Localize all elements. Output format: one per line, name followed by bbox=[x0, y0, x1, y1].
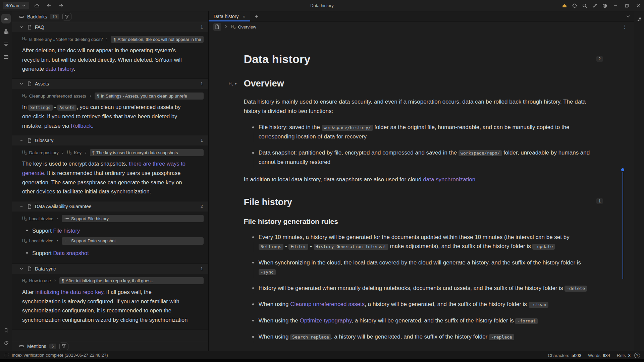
chevron-down-icon bbox=[19, 24, 24, 30]
doc-heading-data-history[interactable]: Data history2 bbox=[244, 53, 595, 66]
heading-tag: H2 bbox=[22, 278, 27, 284]
block-ref-link[interactable]: initializing the data repo key bbox=[35, 289, 103, 295]
breadcrumb-block-chip[interactable]: ¶In Settings - Assets, you can clean up … bbox=[95, 93, 204, 100]
doc-paragraph[interactable]: In addition to local data history, data … bbox=[244, 175, 595, 184]
backlink-breadcrumb[interactable]: H2How to use¶After initializing the data… bbox=[22, 277, 204, 285]
dock-tag-button[interactable] bbox=[1, 339, 11, 348]
block-ref-link[interactable]: data history bbox=[46, 66, 74, 72]
back-button[interactable] bbox=[45, 2, 53, 10]
backlink-breadcrumb[interactable]: H2Local deviceSupport Data snapshot bbox=[22, 237, 204, 245]
backlink-list-item[interactable]: Support Data snapshot bbox=[32, 249, 204, 257]
doc-list-item[interactable]: Every 10 minutes, a history will be gene… bbox=[259, 233, 595, 251]
breadcrumb-heading[interactable]: Overview bbox=[238, 24, 256, 29]
backlink-breadcrumb[interactable]: H2Cleanup unreferenced assets¶In Setting… bbox=[22, 92, 204, 100]
breadcrumb-block-chip[interactable]: Support File history bbox=[62, 215, 204, 222]
breadcrumb-block-chip[interactable]: ¶After initializing the data repo key, i… bbox=[59, 277, 204, 284]
doc-more-button[interactable]: ⋮ bbox=[620, 24, 629, 30]
scroll-indicator[interactable] bbox=[621, 168, 625, 279]
dock-graph-view-button[interactable] bbox=[635, 15, 644, 24]
graph-dots-icon bbox=[637, 17, 642, 22]
backlink-section-header[interactable]: Data sync1 bbox=[12, 264, 208, 274]
mentions-bar[interactable]: Mentions 6 bbox=[12, 341, 208, 351]
help-button[interactable]: ? bbox=[634, 353, 640, 358]
window-title: Data history bbox=[310, 3, 333, 8]
edit-mode-button[interactable] bbox=[590, 1, 600, 10]
heading-gutter-marker[interactable]: H2▼ bbox=[229, 81, 237, 86]
doc-list-item[interactable]: When using the Optimize typography, a hi… bbox=[259, 316, 595, 325]
dock-graph-button[interactable] bbox=[1, 27, 11, 36]
doc-list-item[interactable]: When using Cleanup unreferenced assets, … bbox=[259, 300, 595, 309]
backlink-breadcrumb[interactable]: H2Local deviceSupport File history bbox=[22, 214, 204, 223]
dock-inbox-button[interactable] bbox=[1, 52, 11, 62]
titlebar: SiYuan Data history bbox=[0, 0, 644, 11]
backlink-breadcrumb[interactable]: H2Data repositoryH3Key¶The key is used t… bbox=[22, 148, 204, 157]
block-ref-link[interactable]: Optimize typography bbox=[300, 317, 352, 324]
document-editor[interactable]: Data history2OverviewH2▼Data history is … bbox=[209, 32, 634, 351]
main-area: Backlinks 10 FAQ1H2Is there any #Note# f… bbox=[0, 11, 644, 351]
close-button[interactable] bbox=[633, 1, 644, 10]
app-menu-label: SiYuan bbox=[5, 3, 19, 8]
backlink-paragraph[interactable]: After initializing the data repo key, if… bbox=[22, 288, 204, 325]
search-button[interactable] bbox=[580, 1, 590, 10]
cloud-sync-button[interactable] bbox=[33, 2, 41, 10]
dock-backlinks-button[interactable] bbox=[1, 14, 11, 23]
minimize-icon bbox=[613, 3, 618, 8]
chip-text: After initializing the data repo key, if… bbox=[66, 278, 155, 283]
doc-list-item[interactable]: Data snapshot: partitioned by file, encr… bbox=[259, 148, 595, 167]
doc-list-item[interactable]: File history: saved in the workspace/his… bbox=[259, 123, 595, 141]
backlink-section-header[interactable]: FAQ1 bbox=[12, 22, 208, 33]
marketplace-button[interactable] bbox=[570, 1, 580, 10]
doc-list-item[interactable]: When using Search replace, a history wil… bbox=[259, 332, 595, 342]
backlink-paragraph[interactable]: The key is used to encrypt data snapshot… bbox=[22, 159, 204, 196]
tab-close-icon[interactable]: × bbox=[243, 14, 245, 19]
block-ref-link[interactable]: Rollback bbox=[71, 123, 92, 129]
chip-text: After deletion, the doc will not appear … bbox=[117, 37, 201, 42]
backlink-paragraph[interactable]: In Settings - Assets, you can clean up u… bbox=[22, 103, 204, 130]
doc-heading-overview[interactable]: OverviewH2▼ bbox=[244, 78, 595, 89]
forward-button[interactable] bbox=[57, 2, 65, 10]
tab-data-history[interactable]: Data history × bbox=[209, 11, 250, 21]
outline-icon bbox=[3, 42, 9, 47]
backlinks-filter-button[interactable] bbox=[62, 13, 71, 20]
doc-heading-file-history[interactable]: File history1 bbox=[244, 197, 595, 207]
breadcrumb-block-chip[interactable]: ¶The key is used to encrypt data snapsho… bbox=[90, 149, 204, 156]
doc-heading-file-history-generation-rules[interactable]: File history generation rules bbox=[244, 218, 595, 226]
breadcrumb-text: Cleanup unreferenced assets bbox=[29, 94, 86, 99]
tab-menu-button[interactable] bbox=[623, 11, 634, 21]
kbd-chip: Assets bbox=[57, 105, 76, 111]
backlink-paragraph[interactable]: After deletion, the doc will not appear … bbox=[22, 46, 204, 74]
backlink-section-header[interactable]: Assets1 bbox=[12, 79, 208, 89]
mentions-filter-button[interactable] bbox=[59, 343, 68, 350]
backlink-section-header[interactable]: Data Availability Guarantee2 bbox=[12, 201, 208, 212]
left-dock bbox=[0, 11, 12, 351]
edit-icon bbox=[592, 3, 597, 8]
block-ref-link[interactable]: data synchronization bbox=[423, 176, 475, 183]
pilcrow-icon: ¶ bbox=[113, 37, 116, 42]
backlinks-panel: Backlinks 10 FAQ1H2Is there any #Note# f… bbox=[12, 11, 209, 351]
doc-list-item[interactable]: History will be generated when manually … bbox=[259, 284, 595, 293]
backlink-list-item[interactable]: Support File history bbox=[32, 226, 204, 235]
breadcrumb-block-chip[interactable]: ¶After deletion, the doc will not appear… bbox=[111, 36, 203, 43]
doc-list-item[interactable]: When synchronizing in the cloud, the loc… bbox=[259, 258, 595, 277]
backlink-count-badge[interactable]: 2 bbox=[596, 56, 603, 62]
dock-bookmark-button[interactable] bbox=[1, 326, 11, 335]
subscribe-button[interactable] bbox=[559, 1, 570, 10]
theme-button[interactable] bbox=[600, 1, 610, 10]
doc-icon-chip[interactable] bbox=[213, 23, 221, 31]
backlink-count-badge[interactable]: 1 bbox=[596, 198, 603, 204]
doc-paragraph[interactable]: Data history is mainly used to ensure da… bbox=[244, 97, 595, 116]
breadcrumb-text: Key bbox=[74, 150, 82, 155]
block-ref-link[interactable]: Cleanup unreferenced assets bbox=[290, 301, 365, 307]
block-ref-link[interactable]: File history bbox=[53, 228, 80, 234]
new-tab-button[interactable] bbox=[250, 11, 263, 21]
minimize-button[interactable] bbox=[610, 1, 621, 10]
backlink-breadcrumb[interactable]: H2Is there any #Note# for deleting docs?… bbox=[22, 35, 204, 44]
breadcrumb-block-chip[interactable]: Support Data snapshot bbox=[62, 237, 204, 245]
backlink-section-header[interactable]: Glossary1 bbox=[12, 135, 208, 146]
restore-button[interactable] bbox=[621, 1, 633, 10]
block-ref-link[interactable]: there are three ways to generate bbox=[22, 161, 185, 176]
app-menu-button[interactable]: SiYuan bbox=[3, 2, 29, 9]
block-ref-link[interactable]: Data snapshot bbox=[53, 250, 89, 256]
dock-outline-button[interactable] bbox=[1, 40, 11, 49]
doc-icon bbox=[27, 204, 32, 209]
